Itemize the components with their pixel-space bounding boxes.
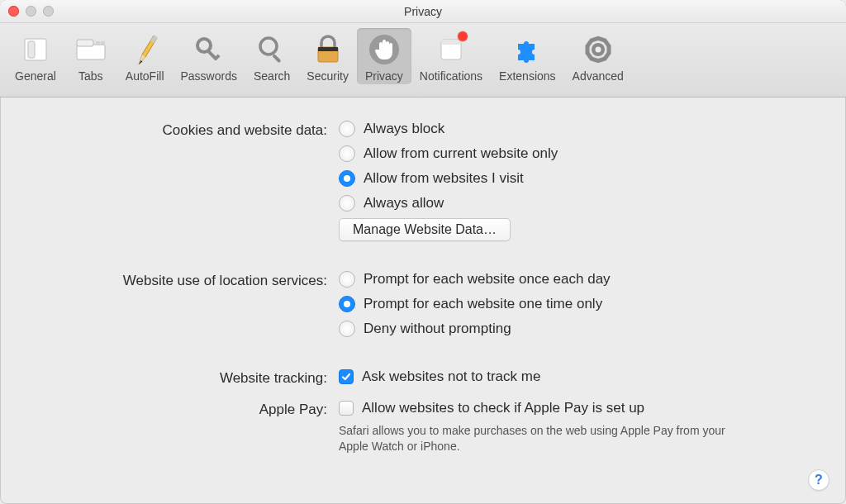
notifications-icon (433, 31, 469, 68)
hand-icon (366, 31, 402, 68)
tabs-icon (73, 31, 109, 68)
tab-label: AutoFill (126, 69, 164, 83)
tab-label: Tabs (78, 69, 103, 83)
tab-tabs[interactable]: Tabs (64, 28, 117, 84)
preferences-toolbar: General Tabs AutoFill Passwords Search S… (0, 23, 846, 97)
help-button[interactable]: ? (808, 469, 829, 491)
do-not-track-checkbox[interactable]: Ask websites not to track me (339, 367, 821, 387)
cookies-option-1[interactable]: Allow from current website only (339, 144, 821, 164)
cookies-radio-group: Always blockAllow from current website o… (339, 119, 821, 213)
cookies-option-3[interactable]: Always allow (339, 193, 821, 213)
tab-label: Privacy (365, 69, 403, 83)
tracking-label: Website tracking: (25, 367, 339, 390)
radio-icon (339, 296, 355, 312)
radio-label: Allow from websites I visit (364, 169, 524, 188)
lock-icon (310, 31, 346, 68)
do-not-track-label: Ask websites not to track me (362, 367, 540, 387)
checkbox-icon (339, 401, 354, 416)
radio-icon (339, 195, 355, 212)
pencil-icon (126, 31, 163, 68)
radio-label: Prompt for each website one time only (364, 294, 602, 314)
window-title: Privacy (404, 5, 442, 18)
radio-label: Allow from current website only (364, 144, 558, 164)
tab-label: Extensions (499, 69, 555, 83)
svg-rect-5 (101, 41, 105, 45)
gear-icon (580, 31, 616, 68)
apple-pay-checkbox[interactable]: Allow websites to check if Apple Pay is … (339, 398, 821, 418)
close-window-button[interactable] (8, 6, 19, 17)
key-icon (191, 31, 227, 68)
radio-label: Always allow (364, 193, 444, 213)
radio-label: Always block (364, 119, 444, 139)
svg-rect-1 (28, 41, 35, 58)
svg-rect-2 (77, 45, 105, 59)
svg-rect-14 (272, 54, 281, 63)
location-option-1[interactable]: Prompt for each website one time only (339, 294, 821, 314)
puzzle-icon (509, 31, 545, 68)
switch-icon (17, 31, 54, 68)
cookies-option-2[interactable]: Allow from websites I visit (339, 169, 821, 188)
apple-pay-label: Apple Pay: (25, 398, 339, 421)
radio-icon (339, 271, 355, 288)
apple-pay-help-text: Safari allows you to make purchases on t… (339, 423, 735, 454)
radio-icon (339, 145, 355, 162)
tab-search[interactable]: Search (245, 28, 298, 84)
tab-label: Notifications (420, 69, 482, 83)
apple-pay-checkbox-label: Allow websites to check if Apple Pay is … (362, 398, 644, 418)
radio-icon (339, 321, 355, 337)
cookies-label: Cookies and website data: (25, 119, 339, 142)
tab-privacy[interactable]: Privacy (357, 28, 411, 84)
checkbox-icon (339, 369, 354, 384)
radio-label: Prompt for each website once each day (364, 269, 611, 289)
svg-point-13 (260, 38, 277, 55)
svg-rect-16 (318, 47, 338, 51)
svg-rect-3 (77, 40, 93, 46)
location-label: Website use of location services: (25, 269, 339, 292)
titlebar: Privacy (0, 0, 846, 23)
tab-general[interactable]: General (7, 28, 64, 84)
svg-rect-19 (441, 40, 461, 45)
window-controls (8, 6, 54, 17)
tab-passwords[interactable]: Passwords (173, 28, 245, 84)
magnifier-icon (254, 31, 290, 68)
svg-point-31 (595, 47, 601, 53)
tab-extensions[interactable]: Extensions (491, 28, 563, 84)
privacy-pane: Cookies and website data: Always blockAl… (0, 97, 846, 504)
svg-rect-4 (96, 41, 100, 45)
location-option-0[interactable]: Prompt for each website once each day (339, 269, 821, 289)
tab-notifications[interactable]: Notifications (411, 28, 491, 84)
tab-label: Search (254, 69, 290, 83)
radio-icon (339, 121, 355, 137)
minimize-window-button[interactable] (26, 6, 36, 17)
tab-label: General (15, 69, 56, 83)
location-option-2[interactable]: Deny without prompting (339, 319, 821, 339)
cookies-option-0[interactable]: Always block (339, 119, 821, 139)
tab-security[interactable]: Security (298, 28, 357, 84)
tab-autofill[interactable]: AutoFill (117, 28, 173, 84)
manage-website-data-button[interactable]: Manage Website Data… (339, 218, 511, 241)
tab-label: Passwords (181, 69, 237, 83)
radio-icon (339, 170, 355, 187)
location-radio-group: Prompt for each website once each dayPro… (339, 269, 821, 339)
zoom-window-button[interactable] (43, 6, 54, 17)
tab-label: Advanced (573, 69, 624, 83)
badge-dot-icon (458, 31, 468, 41)
tab-label: Security (307, 69, 349, 83)
radio-label: Deny without prompting (364, 319, 511, 339)
tab-advanced[interactable]: Advanced (564, 28, 632, 84)
